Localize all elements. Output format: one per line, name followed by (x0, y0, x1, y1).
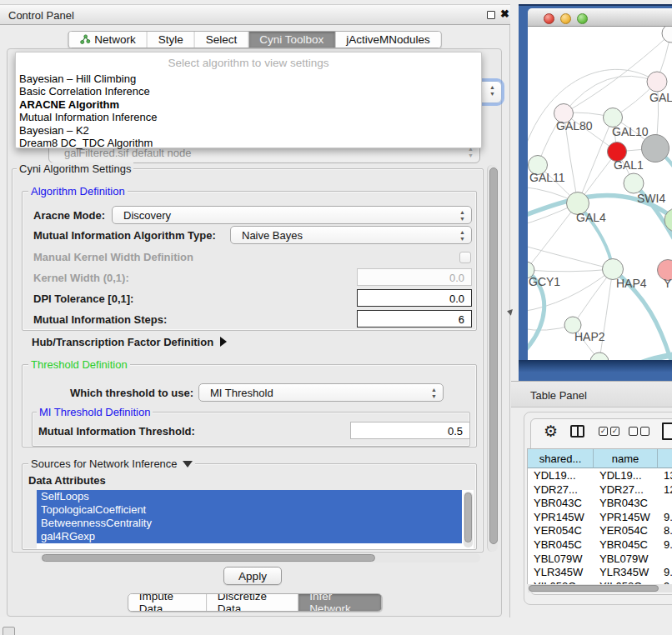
network-window-titlebar[interactable] (528, 8, 672, 27)
close-icon[interactable]: ✖ (500, 8, 509, 20)
dropdown-item-bayesian-hill-climbing[interactable]: Bayesian – Hill Climbing (16, 72, 481, 85)
dropdown-item-mutual-information-inference[interactable]: Mutual Information Inference (16, 111, 481, 123)
column-header-name[interactable]: name (594, 449, 658, 468)
settings-horizontal-scrollbar[interactable] (40, 553, 480, 562)
table-header-row: shared...nameA (528, 449, 672, 468)
manual-kernel-checkbox[interactable] (459, 252, 471, 263)
network-node-gal[interactable] (647, 72, 667, 92)
settings-horizontal-scrollbar-thumb[interactable] (42, 554, 375, 562)
table-cell: YER054C (594, 523, 658, 538)
tab-jactivemnodules[interactable]: jActiveMNodules (335, 32, 441, 48)
table-row[interactable]: YDL19...YDL19...13 (528, 468, 672, 482)
tab-select[interactable]: Select (195, 32, 249, 48)
table-horizontal-scrollbar[interactable] (528, 584, 672, 592)
settings-vertical-scrollbar-thumb[interactable] (489, 168, 498, 544)
which-threshold-select[interactable]: MI Threshold ▲▼ (198, 383, 444, 402)
mi-type-label: Mutual Information Algorithm Type: (33, 229, 216, 242)
attribute-item-selfloops[interactable]: SelfLoops (37, 490, 462, 503)
table-row[interactable]: YLR345WYLR345W9. (528, 565, 672, 579)
table-panel-title: Table Panel (530, 389, 587, 402)
control-panel-title: Control Panel (8, 9, 74, 22)
table-horizontal-scrollbar-thumb[interactable] (529, 585, 659, 592)
tab-network[interactable]: Network (68, 32, 148, 48)
network-view-window: GALGAL80GAL10GAL1GAL11SWI4GAL4GCY1HAP4YH… (519, 4, 672, 381)
mi-steps-input[interactable]: 6 (357, 310, 472, 328)
splitter-arrow-icon[interactable] (506, 308, 513, 315)
attributes-scrollbar-thumb[interactable] (464, 492, 472, 542)
tab-style[interactable]: Style (148, 32, 195, 48)
attributes-scrollbar[interactable] (464, 492, 473, 548)
network-node-unlabeled[interactable] (642, 135, 669, 162)
control-panel-titlebar[interactable]: Control Panel ✖ (0, 4, 510, 25)
dpi-tolerance-input[interactable]: 0.0 (357, 289, 472, 307)
column-header-shared[interactable]: shared... (528, 449, 594, 468)
columns-icon[interactable] (570, 425, 584, 438)
aracne-mode-select[interactable]: Discovery ▲▼ (112, 206, 472, 224)
tab-label: Style (158, 33, 183, 46)
attribute-item-topologicalcoefficient[interactable]: TopologicalCoefficient (37, 503, 462, 517)
dropdown-item-bayesian-k2[interactable]: Bayesian – K2 (16, 124, 481, 137)
table-row[interactable]: YBR045CYBR045C9. (528, 538, 672, 552)
deselect-all-icon[interactable] (629, 427, 649, 436)
tab-infer-network[interactable]: Infer Network (298, 594, 381, 611)
table-row[interactable]: YDR27...YDR27...12 (528, 482, 672, 497)
kernel-width-input[interactable]: 0.0 (357, 268, 472, 286)
manual-kernel-label: Manual Kernel Width Definition (33, 251, 193, 263)
table-row[interactable]: YER054CYER054C8. (528, 523, 672, 538)
threshold-definition-title: Threshold Definition (28, 358, 130, 371)
combo-stepper-icon: ▲▼ (459, 209, 465, 222)
network-icon (79, 34, 90, 45)
close-traffic-light-icon[interactable] (544, 13, 554, 24)
algorithm-definition-title: Algorithm Definition (28, 185, 128, 198)
dropdown-item-basic-correlation-inference[interactable]: Basic Correlation Inference (16, 85, 481, 98)
network-node-label: GAL (649, 91, 672, 104)
expand-right-icon (220, 337, 227, 347)
algorithm-dropdown: Select algorithm to view settings Bayesi… (15, 52, 482, 148)
tab-label: jActiveMNodules (346, 33, 430, 46)
cyni-algorithm-settings-title: Cyni Algorithm Settings (17, 162, 133, 175)
table-cell: YDL19... (528, 468, 594, 482)
mi-type-value: Naive Bayes (242, 229, 303, 242)
settings-vertical-scrollbar[interactable] (487, 165, 498, 552)
dropdown-item-aracne-algorithm[interactable]: ARACNE Algorithm (16, 98, 481, 111)
table-row[interactable]: YPR145WYPR145W9. (528, 510, 672, 524)
hub-definition-toggle[interactable]: Hub/Transcription Factor Definition (32, 336, 227, 348)
sources-title: Sources for Network Inference (31, 458, 178, 470)
dropdown-item-dream8-dc-tdc-algorithm[interactable]: Dream8 DC_TDC Algorithm (16, 137, 481, 149)
mi-threshold-input[interactable]: 0.5 (350, 422, 470, 439)
network-node-swi4[interactable] (624, 173, 644, 193)
column-header-a[interactable]: A (658, 449, 672, 468)
network-node-label: SWI4 (637, 192, 665, 205)
attribute-item-betweennesscentrality[interactable]: BetweennessCentrality (37, 517, 462, 530)
network-canvas[interactable]: GALGAL80GAL10GAL1GAL11SWI4GAL4GCY1HAP4YH… (528, 27, 672, 360)
table-panel-titlebar[interactable]: Table Panel (511, 381, 672, 408)
select-all-icon[interactable]: ✓✓ (599, 427, 619, 436)
network-node-label: GCY1 (529, 275, 560, 288)
export-table-icon[interactable] (662, 422, 672, 440)
gear-icon[interactable]: ⚙ (544, 422, 558, 441)
hub-definition-label: Hub/Transcription Factor Definition (32, 336, 213, 348)
network-node-label: HAP2 (574, 330, 605, 343)
attribute-item-gal4rgexp[interactable]: gal4RGexp (37, 530, 462, 543)
tab-impute-data[interactable]: Impute Data (128, 594, 207, 611)
dropdown-placeholder: Select algorithm to view settings (16, 52, 481, 72)
sources-toggle[interactable]: Sources for Network Inference (28, 458, 195, 470)
zoom-traffic-light-icon[interactable] (577, 13, 588, 24)
control-panel-window: Control Panel ✖ NetworkStyleSelectCyni T… (0, 4, 510, 618)
table-toolbar: ⚙ ✓✓ (530, 419, 672, 448)
table-row[interactable]: YBR043CYBR043C (528, 496, 672, 510)
table-row[interactable]: YBL079WYBL079W (528, 552, 672, 566)
tab-discretize-data[interactable]: Discretize Data (207, 594, 298, 611)
combo-stepper-icon: ▲▼ (489, 84, 495, 98)
minimized-panel-icon[interactable] (3, 627, 15, 635)
which-threshold-label: Which threshold to use: (70, 387, 193, 399)
mi-type-select[interactable]: Naive Bayes ▲▼ (230, 226, 472, 244)
apply-button[interactable]: Apply (223, 567, 282, 585)
tab-cyni-toolbox[interactable]: Cyni Toolbox (248, 32, 335, 48)
tab-label: Network (94, 33, 136, 46)
table-cell: YBR043C (528, 496, 594, 510)
network-node-unlabeled[interactable] (590, 352, 609, 360)
table-cell (658, 552, 672, 566)
minimize-traffic-light-icon[interactable] (560, 13, 571, 24)
float-window-icon[interactable] (487, 11, 495, 19)
